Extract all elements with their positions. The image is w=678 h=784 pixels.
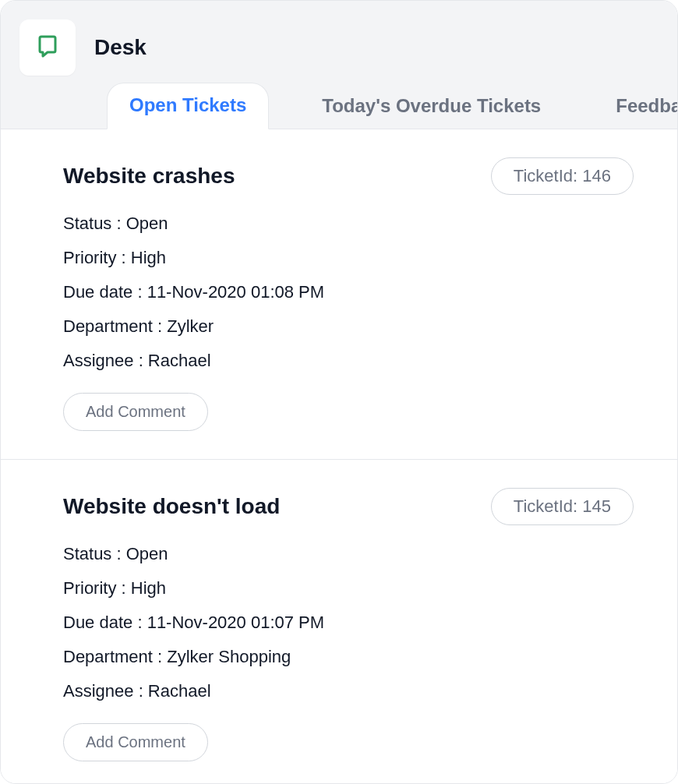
ticket-id-value: 146 [582, 166, 611, 185]
due-date-label: Due date [63, 613, 132, 632]
desk-widget: Desk Open Tickets Today's Overdue Ticket… [0, 0, 678, 784]
widget-header: Desk Open Tickets Today's Overdue Ticket… [1, 1, 677, 129]
due-date-value: 11-Nov-2020 01:08 PM [147, 282, 324, 302]
add-comment-button[interactable]: Add Comment [63, 723, 208, 761]
ticket-title: Website doesn't load [63, 494, 280, 519]
ticket-fields: Status : Open Priority : High Due date :… [63, 214, 634, 371]
ticket-fields: Status : Open Priority : High Due date :… [63, 544, 634, 701]
department-label: Department [63, 316, 153, 336]
ticket-id-badge: TicketId: 145 [491, 488, 634, 525]
tab-open-tickets[interactable]: Open Tickets [107, 83, 269, 129]
app-icon-box [19, 19, 76, 76]
title-row: Desk [19, 19, 659, 76]
add-comment-button[interactable]: Add Comment [63, 393, 208, 431]
ticket-due-date-row: Due date : 11-Nov-2020 01:08 PM [63, 282, 634, 302]
department-value: Zylker [167, 316, 214, 336]
assignee-label: Assignee [63, 351, 134, 370]
ticket-status-row: Status : Open [63, 214, 634, 234]
desk-app-icon [34, 32, 62, 63]
ticket-status-row: Status : Open [63, 544, 634, 564]
ticket-title: Website crashes [63, 164, 235, 189]
tabs-row: Open Tickets Today's Overdue Tickets Fee… [19, 83, 659, 129]
priority-value: High [131, 248, 166, 267]
due-date-value: 11-Nov-2020 01:07 PM [147, 613, 324, 632]
ticket-row: Website crashes TicketId: 146 Status : O… [1, 129, 677, 460]
priority-label: Priority [63, 578, 116, 598]
department-label: Department [63, 647, 153, 666]
status-value: Open [126, 214, 168, 233]
ticket-department-row: Department : Zylker Shopping [63, 647, 634, 667]
priority-value: High [131, 578, 166, 598]
tab-overdue-tickets[interactable]: Today's Overdue Tickets [300, 84, 563, 129]
tab-feedback[interactable]: Feedback [594, 84, 678, 129]
ticket-header: Website crashes TicketId: 146 [63, 157, 634, 195]
status-label: Status [63, 214, 111, 233]
status-label: Status [63, 544, 111, 563]
status-value: Open [126, 544, 168, 563]
app-title: Desk [94, 35, 147, 60]
ticket-priority-row: Priority : High [63, 578, 634, 599]
ticket-id-label: TicketId [514, 496, 573, 516]
ticket-department-row: Department : Zylker [63, 316, 634, 337]
ticket-priority-row: Priority : High [63, 248, 634, 268]
ticket-id-value: 145 [582, 496, 611, 516]
due-date-label: Due date [63, 282, 132, 302]
priority-label: Priority [63, 248, 116, 267]
ticket-assignee-row: Assignee : Rachael [63, 681, 634, 701]
ticket-list: Website crashes TicketId: 146 Status : O… [1, 129, 677, 783]
ticket-id-badge: TicketId: 146 [491, 157, 634, 195]
ticket-header: Website doesn't load TicketId: 145 [63, 488, 634, 525]
ticket-row: Website doesn't load TicketId: 145 Statu… [1, 460, 677, 783]
assignee-value: Rachael [148, 351, 211, 370]
assignee-value: Rachael [148, 681, 211, 701]
ticket-due-date-row: Due date : 11-Nov-2020 01:07 PM [63, 613, 634, 633]
assignee-label: Assignee [63, 681, 134, 701]
department-value: Zylker Shopping [167, 647, 291, 666]
ticket-id-label: TicketId [514, 166, 573, 185]
ticket-assignee-row: Assignee : Rachael [63, 351, 634, 371]
